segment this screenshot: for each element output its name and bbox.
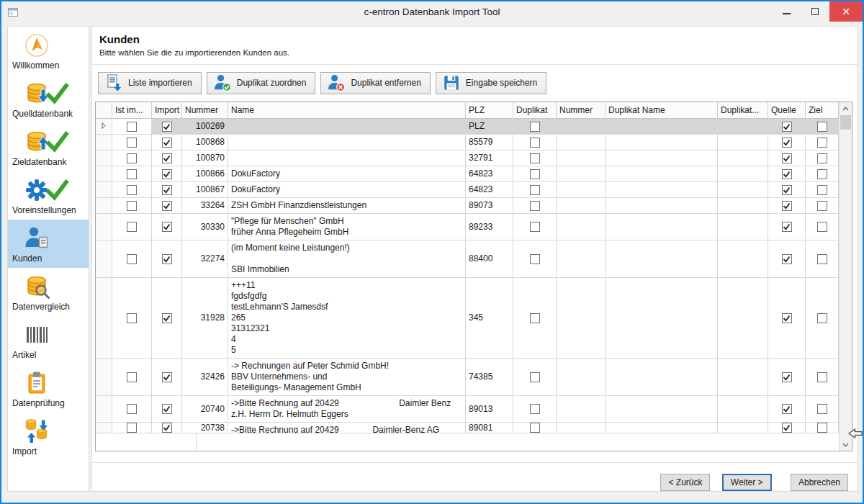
checkbox-ziel[interactable] bbox=[817, 169, 827, 179]
sidebar-item-willkommen[interactable]: Willkommen bbox=[8, 27, 89, 75]
checkbox-ziel[interactable] bbox=[817, 372, 827, 382]
table-row[interactable]: 31928+++11 fgdsfgdfg testLehmann'S James… bbox=[96, 278, 839, 359]
checkbox-quelle[interactable] bbox=[782, 372, 792, 382]
checkbox-import[interactable] bbox=[162, 423, 172, 433]
checkbox-ist-importiert[interactable] bbox=[127, 222, 137, 232]
checkbox-quelle[interactable] bbox=[782, 185, 792, 195]
column-header-duplikat-name[interactable]: Duplikat Name bbox=[606, 102, 718, 119]
liste-importieren-button[interactable]: Liste importieren bbox=[98, 72, 202, 94]
checkbox-quelle[interactable] bbox=[782, 423, 792, 433]
checkbox-ist-importiert[interactable] bbox=[127, 169, 137, 179]
maximize-button[interactable] bbox=[801, 1, 829, 22]
cell-row-selector[interactable] bbox=[96, 135, 112, 150]
checkbox-ziel[interactable] bbox=[817, 138, 827, 148]
checkbox-import[interactable] bbox=[162, 201, 172, 211]
checkbox-duplikat[interactable] bbox=[530, 185, 540, 195]
duplikat-zuordnen-button[interactable]: Duplikat zuordnen bbox=[207, 72, 316, 94]
cell-row-selector[interactable] bbox=[96, 359, 112, 396]
checkbox-ist-importiert[interactable] bbox=[127, 372, 137, 382]
checkbox-duplikat[interactable] bbox=[530, 404, 540, 414]
column-header-duplikat-nummer[interactable]: Nummer bbox=[557, 102, 606, 119]
checkbox-duplikat[interactable] bbox=[530, 138, 540, 148]
cell-row-selector[interactable] bbox=[96, 150, 112, 166]
checkbox-import[interactable] bbox=[162, 372, 172, 382]
table-row[interactable]: 20738->Bitte Rechnung auf 20429 Daimler-… bbox=[96, 423, 839, 433]
cell-row-selector[interactable] bbox=[96, 278, 112, 359]
checkbox-import[interactable] bbox=[162, 153, 172, 163]
table-row[interactable]: 32274(im Moment keine Leistungen!) SBI I… bbox=[96, 240, 839, 278]
cell-row-selector[interactable] bbox=[96, 240, 112, 278]
sidebar-item-voreinstellungen[interactable]: Voreinstellungen bbox=[8, 171, 89, 220]
checkbox-ziel[interactable] bbox=[817, 313, 827, 323]
table-row[interactable]: 10086885579 bbox=[96, 135, 839, 150]
table-row[interactable]: 32426-> Rechnungen auf Peter Schmid GmbH… bbox=[96, 359, 839, 396]
sidebar-item-zieldatenbank[interactable]: Zieldatenbank bbox=[8, 123, 89, 171]
checkbox-ziel[interactable] bbox=[817, 122, 827, 132]
scrollbar-thumb[interactable] bbox=[840, 115, 851, 130]
table-row[interactable]: 10087032791 bbox=[96, 150, 839, 166]
cell-row-selector[interactable] bbox=[96, 198, 112, 214]
cell-row-selector[interactable] bbox=[96, 396, 112, 423]
sidebar-item-artikel[interactable]: Artikel bbox=[8, 316, 89, 364]
next-button[interactable]: Weiter > bbox=[722, 474, 772, 491]
close-button[interactable]: ✕ bbox=[829, 1, 863, 22]
checkbox-duplikat[interactable] bbox=[530, 122, 540, 132]
checkbox-quelle[interactable] bbox=[782, 313, 792, 323]
eingabe-speichern-button[interactable]: Eingabe speichern bbox=[436, 72, 546, 94]
checkbox-import[interactable] bbox=[162, 254, 172, 264]
sidebar-item-datenprüfung[interactable]: Datenprüfung bbox=[8, 364, 89, 413]
checkbox-ist-importiert[interactable] bbox=[127, 122, 137, 132]
checkbox-import[interactable] bbox=[162, 122, 172, 132]
checkbox-duplikat[interactable] bbox=[530, 169, 540, 179]
sidebar-item-kunden[interactable]: Kunden bbox=[8, 220, 89, 268]
column-header-name[interactable]: Name bbox=[228, 102, 466, 119]
checkbox-ziel[interactable] bbox=[817, 201, 827, 211]
checkbox-quelle[interactable] bbox=[782, 122, 792, 132]
checkbox-import[interactable] bbox=[162, 169, 172, 179]
checkbox-ist-importiert[interactable] bbox=[127, 153, 137, 163]
checkbox-quelle[interactable] bbox=[782, 153, 792, 163]
checkbox-import[interactable] bbox=[162, 185, 172, 195]
checkbox-ziel[interactable] bbox=[817, 404, 827, 414]
table-row[interactable]: 20740->Bitte Rechnung auf 20429 Daimler … bbox=[96, 396, 839, 423]
checkbox-import[interactable] bbox=[162, 138, 172, 148]
column-header-ist-importiert[interactable]: Ist im... bbox=[112, 102, 152, 119]
checkbox-ist-importiert[interactable] bbox=[127, 404, 137, 414]
checkbox-ist-importiert[interactable] bbox=[127, 313, 137, 323]
checkbox-ziel[interactable] bbox=[817, 153, 827, 163]
checkbox-duplikat[interactable] bbox=[530, 222, 540, 232]
checkbox-quelle[interactable] bbox=[782, 201, 792, 211]
column-header-import[interactable]: Import bbox=[152, 102, 182, 119]
checkbox-duplikat[interactable] bbox=[530, 313, 540, 323]
column-header-plz[interactable]: PLZ bbox=[466, 102, 513, 119]
minimize-button[interactable] bbox=[772, 1, 801, 22]
table-row[interactable]: 100867DokuFactory64823 bbox=[96, 182, 839, 198]
cell-row-selector[interactable] bbox=[96, 182, 112, 198]
checkbox-ziel[interactable] bbox=[817, 254, 827, 264]
checkbox-duplikat[interactable] bbox=[530, 423, 540, 433]
cancel-button[interactable]: Abbrechen bbox=[791, 474, 848, 491]
checkbox-import[interactable] bbox=[162, 404, 172, 414]
checkbox-ziel[interactable] bbox=[817, 423, 827, 433]
checkbox-ist-importiert[interactable] bbox=[127, 185, 137, 195]
sidebar-item-import[interactable]: Import bbox=[8, 413, 89, 461]
column-header-duplikat-plz[interactable]: Duplikat... bbox=[718, 102, 768, 119]
checkbox-quelle[interactable] bbox=[782, 169, 792, 179]
checkbox-duplikat[interactable] bbox=[530, 201, 540, 211]
column-header-quelle[interactable]: Quelle bbox=[768, 102, 806, 119]
checkbox-duplikat[interactable] bbox=[530, 153, 540, 163]
scroll-up-button[interactable] bbox=[840, 102, 852, 114]
checkbox-ziel[interactable] bbox=[817, 185, 827, 195]
duplikat-entfernen-button[interactable]: Duplikat entfernen bbox=[320, 72, 430, 94]
column-header-nummer[interactable]: Nummer bbox=[182, 102, 228, 119]
table-row[interactable]: 100269PLZ bbox=[96, 119, 839, 135]
vertical-scrollbar[interactable] bbox=[839, 102, 852, 451]
table-row[interactable]: 100866DokuFactory64823 bbox=[96, 166, 839, 182]
sidebar-item-datenvergleich[interactable]: Datenvergleich bbox=[8, 268, 89, 316]
checkbox-ist-importiert[interactable] bbox=[127, 201, 137, 211]
checkbox-ist-importiert[interactable] bbox=[127, 423, 137, 433]
column-header-ziel[interactable]: Ziel bbox=[806, 102, 839, 119]
checkbox-duplikat[interactable] bbox=[530, 372, 540, 382]
checkbox-duplikat[interactable] bbox=[530, 254, 540, 264]
checkbox-quelle[interactable] bbox=[782, 138, 792, 148]
